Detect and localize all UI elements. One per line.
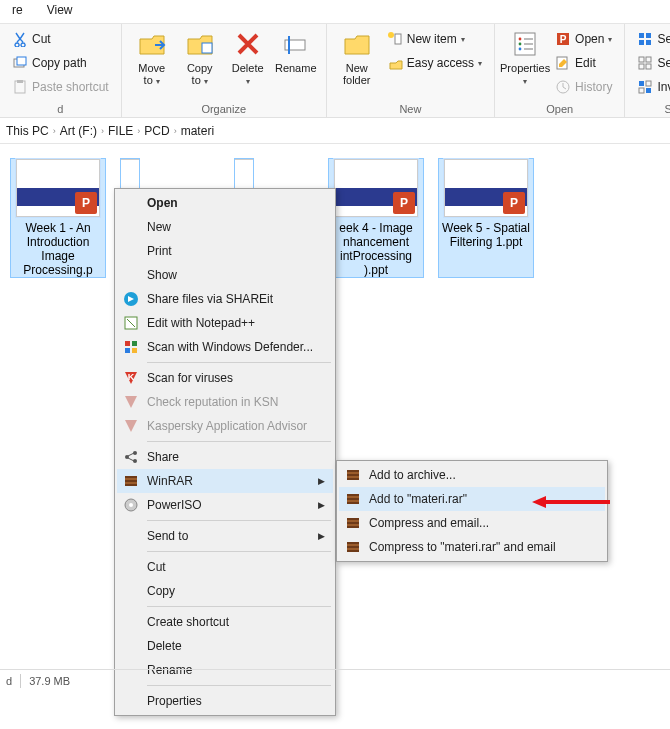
copy-path-button[interactable]: Copy path xyxy=(10,52,111,74)
invert-selection-icon xyxy=(637,79,653,95)
svg-rect-25 xyxy=(646,57,651,62)
ctx-notepad[interactable]: Edit with Notepad++ xyxy=(117,311,333,335)
ctx-defender[interactable]: Scan with Windows Defender... xyxy=(117,335,333,359)
new-item-icon xyxy=(387,31,403,47)
svg-rect-28 xyxy=(639,81,644,86)
copy-to-icon xyxy=(185,29,215,59)
ctx-poweriso[interactable]: PowerISO▶ xyxy=(117,493,333,517)
svg-point-11 xyxy=(519,43,522,46)
svg-rect-51 xyxy=(347,478,359,480)
svg-rect-6 xyxy=(288,36,290,54)
breadcrumb[interactable]: This PC› Art (F:)› FILE› PCD› materi xyxy=(0,118,670,144)
svg-rect-29 xyxy=(646,81,651,86)
defender-icon xyxy=(123,339,139,355)
svg-rect-30 xyxy=(639,88,644,93)
kaspersky-icon xyxy=(123,418,139,434)
ctx-ksn[interactable]: Check reputation in KSN xyxy=(117,390,333,414)
separator xyxy=(147,606,331,607)
breadcrumb-item[interactable]: This PC xyxy=(6,124,49,138)
kaspersky-icon xyxy=(123,394,139,410)
breadcrumb-item[interactable]: Art (F:) xyxy=(60,124,97,138)
ctx-share[interactable]: Share xyxy=(117,445,333,469)
select-all-button[interactable]: Select all xyxy=(635,28,670,50)
copy-to-button[interactable]: Copy to ▾ xyxy=(176,26,224,101)
svg-rect-53 xyxy=(347,494,359,496)
move-to-icon xyxy=(137,29,167,59)
file-name: Week 5 - Spatial Filtering 1.ppt xyxy=(439,221,533,249)
svg-rect-43 xyxy=(125,476,137,478)
file-name: Week 1 - An Introduction Image Processin… xyxy=(11,221,105,277)
svg-rect-1 xyxy=(17,57,26,65)
ctx-add-archive[interactable]: Add to archive... xyxy=(339,463,605,487)
svg-rect-27 xyxy=(646,64,651,69)
ctx-shareit[interactable]: Share files via SHAREit xyxy=(117,287,333,311)
breadcrumb-item[interactable]: PCD xyxy=(144,124,169,138)
separator xyxy=(147,362,331,363)
separator xyxy=(147,551,331,552)
separator xyxy=(147,520,331,521)
move-to-button[interactable]: Move to ▾ xyxy=(128,26,176,101)
file-item[interactable]: P Week 1 - An Introduction Image Process… xyxy=(10,158,106,278)
ctx-properties[interactable]: Properties xyxy=(117,689,333,713)
tab-view[interactable]: View xyxy=(35,0,85,23)
ctx-cut[interactable]: Cut xyxy=(117,555,333,579)
svg-rect-13 xyxy=(524,38,533,40)
new-folder-button[interactable]: New folder xyxy=(333,26,381,101)
ctx-new[interactable]: New xyxy=(117,215,333,239)
ctx-compress-materi-email[interactable]: Compress to "materi.rar" and email xyxy=(339,535,605,559)
tab-share[interactable]: re xyxy=(0,0,35,23)
ctx-show[interactable]: Show xyxy=(117,263,333,287)
svg-rect-20 xyxy=(639,33,644,38)
ctx-delete[interactable]: Delete xyxy=(117,634,333,658)
ctx-winrar[interactable]: WinRAR▶ xyxy=(117,469,333,493)
ribbon-tabs: re View xyxy=(0,0,670,24)
new-item-button[interactable]: New item ▾ xyxy=(385,28,484,50)
svg-rect-31 xyxy=(646,88,651,93)
file-thumbnail: P xyxy=(444,159,528,217)
status-bar: d 37.9 MB xyxy=(0,669,670,691)
ctx-compress-email[interactable]: Compress and email... xyxy=(339,511,605,535)
edit-button[interactable]: Edit xyxy=(553,52,614,74)
powerpoint-icon: P xyxy=(75,192,97,214)
breadcrumb-item[interactable]: FILE xyxy=(108,124,133,138)
select-none-button[interactable]: Select none xyxy=(635,52,670,74)
history-button[interactable]: History xyxy=(553,76,614,98)
powerpoint-icon: P xyxy=(393,192,415,214)
ctx-scanvirus[interactable]: KScan for viruses xyxy=(117,366,333,390)
cut-button[interactable]: Cut xyxy=(10,28,111,50)
invert-selection-button[interactable]: Invert select xyxy=(635,76,670,98)
svg-rect-45 xyxy=(125,484,137,486)
delete-button[interactable]: Delete ▾ xyxy=(224,26,272,101)
breadcrumb-item[interactable]: materi xyxy=(181,124,214,138)
chevron-right-icon: › xyxy=(137,126,140,136)
winrar-icon xyxy=(123,473,139,489)
file-item[interactable]: P Week 5 - Spatial Filtering 1.ppt xyxy=(438,158,534,278)
svg-rect-57 xyxy=(347,518,359,520)
delete-icon xyxy=(234,30,262,58)
file-item[interactable]: P eek 4 - Image nhancement intProcessing… xyxy=(328,158,424,278)
properties-icon xyxy=(511,30,539,58)
status-size: 37.9 MB xyxy=(29,675,70,687)
group-label: Open xyxy=(546,101,573,117)
ctx-sendto[interactable]: Send to▶ xyxy=(117,524,333,548)
easy-access-button[interactable]: Easy access ▾ xyxy=(385,52,484,74)
open-button[interactable]: POpen ▾ xyxy=(553,28,614,50)
ctx-create-shortcut[interactable]: Create shortcut xyxy=(117,610,333,634)
poweriso-icon xyxy=(123,497,139,513)
paste-shortcut-button[interactable]: Paste shortcut xyxy=(10,76,111,98)
ctx-print[interactable]: Print xyxy=(117,239,333,263)
chevron-right-icon: › xyxy=(53,126,56,136)
chevron-right-icon: ▶ xyxy=(318,476,325,486)
svg-text:K: K xyxy=(128,372,135,382)
ctx-open[interactable]: Open xyxy=(117,191,333,215)
properties-button[interactable]: Properties ▾ xyxy=(501,26,549,101)
rename-button[interactable]: Rename xyxy=(272,26,320,101)
chevron-right-icon: › xyxy=(101,126,104,136)
copy-path-icon xyxy=(12,55,28,71)
ctx-kav[interactable]: Kaspersky Application Advisor xyxy=(117,414,333,438)
ctx-copy[interactable]: Copy xyxy=(117,579,333,603)
annotation-arrow xyxy=(532,494,612,510)
status-count: d xyxy=(6,675,12,687)
svg-rect-50 xyxy=(347,474,359,476)
svg-marker-65 xyxy=(532,496,546,508)
